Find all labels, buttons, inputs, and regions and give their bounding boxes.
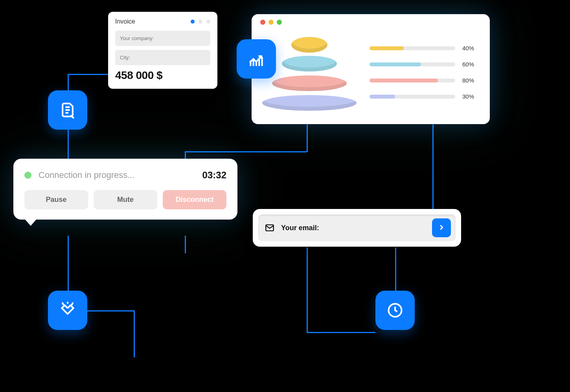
- pause-button[interactable]: Pause: [24, 190, 88, 209]
- invoice-title: Invoice: [115, 18, 135, 25]
- funnel-layer: [262, 95, 357, 111]
- funnel-layer: [291, 37, 327, 53]
- connection-card: Connection in progress... 03:32 Pause Mu…: [13, 159, 237, 220]
- funnel-layer: [272, 75, 347, 91]
- email-label[interactable]: Your email:: [281, 224, 426, 232]
- progress-bar-track: [370, 95, 455, 99]
- progress-bar-label: 30%: [462, 93, 479, 100]
- close-icon[interactable]: [260, 20, 265, 25]
- window-controls[interactable]: [260, 20, 481, 25]
- progress-bar-row: 30%: [370, 93, 479, 100]
- progress-bar-fill: [370, 46, 404, 50]
- analytics-window: 40%60%80%30%: [252, 14, 490, 124]
- document-icon: [48, 90, 87, 130]
- connection-timer: 03:32: [202, 170, 226, 181]
- invoice-card: Invoice Your company: City: 458 000 $: [108, 12, 217, 89]
- progress-bar-track: [370, 46, 455, 50]
- progress-bar-track: [370, 62, 455, 66]
- progress-bar-label: 60%: [462, 61, 479, 68]
- connection-status: Connection in progress...: [39, 170, 195, 180]
- page-dot-2[interactable]: [199, 20, 202, 24]
- invoice-amount: 458 000 $: [115, 69, 210, 82]
- handshake-icon: [48, 291, 87, 330]
- minimize-icon[interactable]: [268, 20, 274, 25]
- submit-button[interactable]: [432, 218, 451, 237]
- company-field[interactable]: Your company:: [115, 31, 210, 46]
- progress-bar-label: 80%: [462, 77, 479, 84]
- progress-bar-row: 40%: [370, 45, 479, 51]
- funnel-layer: [282, 56, 337, 71]
- disconnect-button[interactable]: Disconnect: [163, 190, 226, 209]
- invoice-pagination[interactable]: [191, 20, 210, 24]
- progress-bar-fill: [370, 95, 395, 99]
- clock-icon: [375, 291, 415, 330]
- progress-bar-row: 60%: [370, 61, 479, 68]
- status-indicator-icon: [24, 172, 31, 179]
- city-field[interactable]: City:: [115, 50, 210, 65]
- chevron-right-icon: [437, 223, 446, 233]
- progress-bar-row: 80%: [370, 77, 479, 84]
- progress-bar-fill: [370, 79, 438, 82]
- growth-icon: [237, 39, 276, 79]
- email-card: Your email:: [253, 209, 461, 247]
- progress-bar-label: 40%: [462, 45, 479, 51]
- mute-button[interactable]: Mute: [94, 190, 157, 209]
- page-dot-1[interactable]: [191, 20, 195, 24]
- progress-bar-fill: [370, 62, 421, 66]
- progress-bar-track: [370, 79, 455, 82]
- progress-bars: 40%60%80%30%: [370, 45, 481, 100]
- maximize-icon[interactable]: [277, 20, 282, 25]
- page-dot-3[interactable]: [206, 20, 210, 24]
- mail-icon: [265, 223, 275, 233]
